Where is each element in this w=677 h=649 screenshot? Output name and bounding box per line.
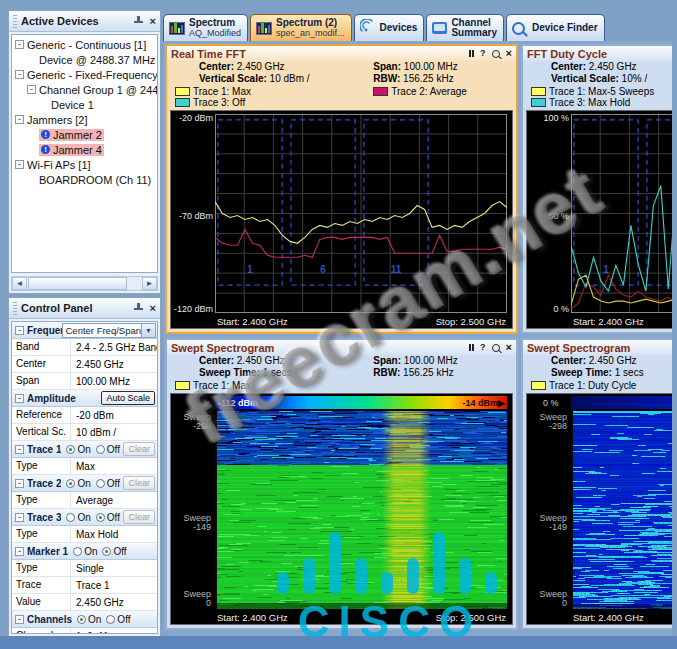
collapse-icon[interactable]: - [15, 513, 24, 522]
radio-on[interactable]: On [73, 546, 97, 557]
tree-expander-icon[interactable]: - [15, 70, 24, 79]
tree-item[interactable]: -Generic - Fixed-Frequency [1] [12, 67, 157, 82]
panel-grip[interactable] [13, 15, 17, 28]
scroll-right-icon[interactable]: ► [142, 277, 157, 290]
tree-item[interactable]: Device 1 [12, 97, 157, 112]
close-icon[interactable]: × [150, 303, 156, 313]
radio-off[interactable]: Off [102, 546, 126, 557]
tab-devices[interactable]: Devices [354, 14, 425, 41]
property-value[interactable]: Average [71, 495, 157, 506]
collapse-icon[interactable]: - [15, 326, 24, 335]
collapse-icon[interactable]: - [15, 479, 24, 488]
legend-label: Trace 1: Max-5 Sweeps [549, 86, 654, 97]
spectrogram-plot-area[interactable]: -112 dBm -14 dBm▶ Start: 2.400 GHz Stop:… [170, 393, 513, 625]
fft-chart[interactable]: 1611 [215, 114, 507, 313]
tab-spectrum[interactable]: SpectrumAQ_Modified [163, 14, 248, 41]
property-label: Trace [12, 577, 71, 593]
radio-on[interactable]: On [66, 444, 90, 455]
help-icon[interactable]: ? [480, 343, 486, 352]
close-icon[interactable]: × [150, 16, 156, 26]
scroll-left-icon[interactable]: ◄ [12, 277, 27, 290]
y-tick-label: 100 % [529, 113, 569, 123]
help-icon[interactable]: ? [480, 49, 486, 58]
section-label: Trace 3 [27, 512, 61, 523]
legend-item: Trace 2: Average [331, 86, 512, 97]
trace-3-clear-button[interactable]: Clear [123, 510, 155, 524]
radio-selected-icon[interactable] [66, 445, 75, 454]
property-value[interactable]: 10 dBm / [71, 427, 157, 438]
auto-scale-button[interactable]: Auto Scale [101, 391, 155, 405]
tree-item[interactable]: BOARDROOM (Ch 11) [12, 172, 157, 187]
legend-item: Trace 1: Duty Cycle [527, 380, 672, 391]
horizontal-scrollbar[interactable]: ◄ ► [11, 276, 158, 291]
y-tick-label: -120 dBm [173, 304, 213, 314]
tree-expander-icon[interactable]: - [15, 115, 24, 124]
property-value[interactable]: Max Hold [71, 529, 157, 540]
tab-device-finder[interactable]: Device Finder [506, 14, 605, 41]
collapse-icon[interactable]: - [15, 394, 24, 403]
panel-grip[interactable] [13, 302, 17, 315]
radio-selected-icon[interactable] [77, 615, 86, 624]
pin-icon[interactable] [134, 303, 143, 313]
spectrogram-canvas[interactable] [215, 411, 507, 609]
radio-off[interactable]: Off [96, 512, 120, 523]
radio-unselected-icon[interactable] [73, 547, 82, 556]
radio-selected-icon[interactable] [96, 513, 105, 522]
duty-cycle-chart[interactable]: 1611 [571, 114, 672, 313]
pause-icon[interactable] [469, 50, 474, 57]
property-value[interactable]: 1, 6, 11 [71, 631, 157, 635]
trace-1-clear-button[interactable]: Clear [123, 442, 155, 456]
close-icon[interactable]: × [506, 343, 512, 352]
zoom-icon[interactable] [492, 50, 500, 58]
radio-off[interactable]: Off [106, 614, 130, 625]
spectrogram-canvas[interactable] [571, 411, 672, 609]
property-value[interactable]: 2.4 - 2.5 GHz Band [71, 342, 157, 353]
chevron-down-icon[interactable]: ▼ [141, 324, 155, 337]
scrollbar-thumb[interactable] [28, 277, 127, 290]
radio-selected-icon[interactable] [102, 547, 111, 556]
radio-unselected-icon[interactable] [66, 513, 75, 522]
tree-item[interactable]: -Wi-Fi APs [1] [12, 157, 157, 172]
tree-item[interactable]: -Generic - Continuous [1] [12, 37, 157, 52]
fft-plot-area[interactable]: 1611 Start: 2.400 GHz Stop: 2.500 GHz -2… [170, 110, 513, 329]
radio-off[interactable]: Off [96, 478, 120, 489]
tree-expander-icon[interactable]: - [15, 160, 24, 169]
property-value[interactable]: Trace 1 [71, 580, 157, 591]
pause-icon[interactable] [469, 344, 474, 351]
tab-spectrum-2[interactable]: Spectrum (2)spec_an_modif... [250, 14, 352, 41]
close-icon[interactable]: × [506, 49, 512, 58]
tree-item[interactable]: -Jammers [2] [12, 112, 157, 127]
tree-item[interactable]: -Channel Group 1 @ 2444.43 MHz [12, 82, 157, 97]
collapse-icon[interactable]: - [15, 615, 24, 624]
tree-expander-icon[interactable]: - [15, 40, 24, 49]
radio-on[interactable]: On [66, 512, 90, 523]
zoom-icon[interactable] [492, 344, 500, 352]
info-rbw: RBW: 156.25 kHz [331, 73, 512, 85]
tree-item[interactable]: !Jammer 4 [12, 142, 157, 157]
property-value[interactable]: 100.00 MHz [71, 376, 157, 387]
radio-unselected-icon[interactable] [96, 479, 105, 488]
property-value[interactable]: -20 dBm [71, 410, 157, 421]
radio-unselected-icon[interactable] [106, 615, 115, 624]
radio-unselected-icon[interactable] [96, 445, 105, 454]
collapse-icon[interactable]: - [15, 547, 24, 556]
radio-on[interactable]: On [66, 478, 90, 489]
collapse-icon[interactable]: - [15, 445, 24, 454]
frequency-mode-dropdown[interactable]: Center Freq/Span▼ [62, 323, 156, 338]
pin-icon[interactable] [134, 16, 143, 26]
tab-channel[interactable]: ChannelSummary [426, 14, 504, 41]
radio-selected-icon[interactable] [66, 479, 75, 488]
radio-off[interactable]: Off [96, 444, 120, 455]
property-value[interactable]: 2.450 GHz [71, 359, 157, 370]
tree-item[interactable]: Device @ 2488.37 MHz [12, 52, 157, 67]
property-value[interactable]: 2.450 GHz [71, 597, 157, 608]
spectrogram-plot-area[interactable]: 0 % Start: 2.400 GHz Sweep-298Sweep-149S… [526, 393, 672, 625]
radio-on[interactable]: On [77, 614, 101, 625]
trace-2-clear-button[interactable]: Clear [123, 476, 155, 490]
tree-item[interactable]: !Jammer 2 [12, 127, 157, 142]
tree-expander-icon[interactable]: - [27, 85, 36, 94]
property-value[interactable]: Max [71, 461, 157, 472]
property-value[interactable]: Single [71, 563, 157, 574]
panel-fft-duty-cycle: FFT Duty Cycle ? × Center: 2.450 GHzVert… [521, 44, 672, 334]
duty-cycle-plot-area[interactable]: 1611 Start: 2.400 GHz 100 %50 %0 % [526, 110, 672, 329]
